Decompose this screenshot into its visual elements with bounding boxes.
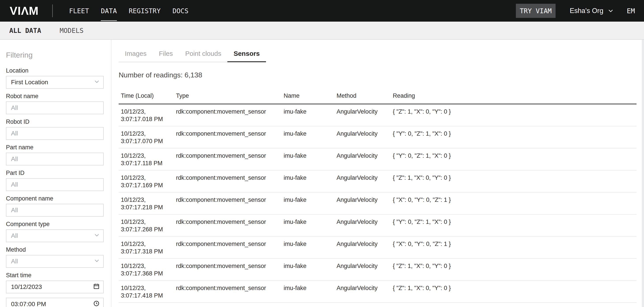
location-select[interactable]: First Location xyxy=(6,76,104,89)
part-id-input[interactable] xyxy=(6,178,104,191)
filter-component-name: Component name xyxy=(6,196,104,216)
subnav-item-all-data[interactable]: ALL DATA xyxy=(9,27,41,34)
component-name-label: Component name xyxy=(6,196,104,202)
table-row[interactable]: 10/12/23,3:07:17.368 PM rdk:component:mo… xyxy=(119,258,636,280)
table-row[interactable]: 10/12/23,3:07:17.169 PM rdk:component:mo… xyxy=(119,170,636,192)
table-row[interactable]: 10/12/23,3:07:17.118 PM rdk:component:mo… xyxy=(119,148,636,170)
cell-name: imu-fake xyxy=(282,170,334,192)
cell-reading: { "Z": 1, "X": 0, "Y": 0 } xyxy=(390,280,636,302)
cell-name: imu-fake xyxy=(282,104,334,126)
clock-icon[interactable] xyxy=(93,300,100,307)
filter-part-id: Part ID xyxy=(6,170,104,191)
cell-type: rdk:component:movement_sensor xyxy=(174,192,282,214)
table-header-row: Time (Local) Type Name Method Reading xyxy=(119,92,636,104)
cell-time: 10/12/23,3:07:17.018 PM xyxy=(119,104,174,126)
cell-method: AngularVelocity xyxy=(334,192,390,214)
cell-reading: { "X": 0, "Y": 0, "Z": 1 } xyxy=(390,192,636,214)
robot-id-input[interactable] xyxy=(6,127,104,140)
location-label: Location xyxy=(6,68,104,74)
cell-time: 10/12/23,3:07:17.169 PM xyxy=(119,170,174,192)
filter-component-type: Component type All xyxy=(6,221,104,242)
column-header-time[interactable]: Time (Local) xyxy=(119,92,174,104)
robot-name-input[interactable] xyxy=(6,102,104,114)
filter-method: Method All xyxy=(6,246,104,268)
component-type-value: All xyxy=(11,232,18,239)
org-switcher[interactable]: Esha's Org xyxy=(570,7,613,15)
tab-images[interactable]: Images xyxy=(119,50,152,62)
cell-time: 10/12/23,3:07:17.368 PM xyxy=(119,258,174,280)
tab-files[interactable]: Files xyxy=(152,50,179,62)
table-row[interactable]: 10/12/23,3:07:17.318 PM rdk:component:mo… xyxy=(119,236,636,258)
table-row[interactable]: 10/12/23,3:07:17.018 PM rdk:component:mo… xyxy=(119,104,636,126)
component-type-label: Component type xyxy=(6,221,104,227)
cell-name: imu-fake xyxy=(282,258,334,280)
nav-item-data[interactable]: DATA xyxy=(101,7,117,15)
vertical-scrollbar[interactable] xyxy=(642,40,644,307)
nav-item-fleet[interactable]: FLEET xyxy=(69,7,89,15)
sensor-readings-table: Time (Local) Type Name Method Reading 10… xyxy=(119,92,636,303)
component-name-input[interactable] xyxy=(6,204,104,216)
cell-type: rdk:component:movement_sensor xyxy=(174,280,282,302)
cell-method: AngularVelocity xyxy=(334,104,390,126)
cell-reading: { "Y": 0, "Z": 1, "X": 0 } xyxy=(390,126,636,148)
cell-name: imu-fake xyxy=(282,192,334,214)
table-row[interactable]: 10/12/23,3:07:17.418 PM rdk:component:mo… xyxy=(119,280,636,302)
cell-reading: { "Z": 1, "X": 0, "Y": 0 } xyxy=(390,104,636,126)
chevron-down-icon xyxy=(94,258,100,265)
cell-time: 10/12/23,3:07:17.318 PM xyxy=(119,236,174,258)
calendar-icon[interactable] xyxy=(93,283,100,291)
start-time-label: Start time xyxy=(6,272,104,278)
table-row[interactable]: 10/12/23,3:07:17.070 PM rdk:component:mo… xyxy=(119,126,636,148)
table-row[interactable]: 10/12/23,3:07:17.268 PM rdk:component:mo… xyxy=(119,214,636,236)
tab-point-clouds[interactable]: Point clouds xyxy=(179,50,228,62)
cell-name: imu-fake xyxy=(282,280,334,302)
filtering-sidebar: Filtering Location First Location Robot … xyxy=(0,40,112,307)
cell-name: imu-fake xyxy=(282,214,334,236)
location-value: First Location xyxy=(11,79,48,86)
start-time-input[interactable]: 03:07:00 PM xyxy=(6,298,104,307)
column-header-reading[interactable]: Reading xyxy=(390,92,636,104)
method-select[interactable]: All xyxy=(6,255,104,268)
cell-reading: { "Z": 1, "X": 0, "Y": 0 } xyxy=(390,170,636,192)
cell-time: 10/12/23,3:07:17.118 PM xyxy=(119,148,174,170)
cell-reading: { "X": 0, "Y": 0, "Z": 1 } xyxy=(390,236,636,258)
cell-method: AngularVelocity xyxy=(334,148,390,170)
filter-start-time: Start time 10/12/2023 03:07:00 PM xyxy=(6,272,104,307)
column-header-name[interactable]: Name xyxy=(282,92,334,104)
viam-logo[interactable]: VIΛM xyxy=(10,4,38,18)
cell-type: rdk:component:movement_sensor xyxy=(174,104,282,126)
cell-reading: { "Y": 0, "Z": 1, "X": 0 } xyxy=(390,214,636,236)
part-id-label: Part ID xyxy=(6,170,104,176)
filtering-title: Filtering xyxy=(6,51,104,59)
column-header-type[interactable]: Type xyxy=(174,92,282,104)
filter-location: Location First Location xyxy=(6,68,104,89)
org-name: Esha's Org xyxy=(570,7,603,15)
data-subnav: ALL DATA MODELS xyxy=(0,22,644,40)
nav-item-registry[interactable]: REGISTRY xyxy=(129,7,161,15)
try-viam-button[interactable]: TRY VIAM xyxy=(516,4,556,18)
part-name-input[interactable] xyxy=(6,152,104,166)
column-header-method[interactable]: Method xyxy=(334,92,390,104)
cell-reading: { "Z": 1, "X": 0, "Y": 0 } xyxy=(390,258,636,280)
nav-item-docs[interactable]: DOCS xyxy=(172,7,188,15)
cell-name: imu-fake xyxy=(282,148,334,170)
cell-time: 10/12/23,3:07:17.070 PM xyxy=(119,126,174,148)
part-name-label: Part name xyxy=(6,144,104,150)
data-type-tabs: Images Files Point clouds Sensors xyxy=(119,50,266,62)
cell-time: 10/12/23,3:07:17.218 PM xyxy=(119,192,174,214)
table-row[interactable]: 10/12/23,3:07:17.218 PM rdk:component:mo… xyxy=(119,192,636,214)
component-type-select[interactable]: All xyxy=(6,229,104,242)
start-date-input[interactable]: 10/12/2023 xyxy=(6,280,104,293)
top-navbar: VIΛM FLEET DATA REGISTRY DOCS TRY VIAM E… xyxy=(0,0,644,22)
cell-type: rdk:component:movement_sensor xyxy=(174,236,282,258)
readings-count: Number of readings: 6,138 xyxy=(119,71,644,79)
user-avatar[interactable]: EM xyxy=(627,7,635,15)
robot-name-label: Robot name xyxy=(6,93,104,99)
start-date-value: 10/12/2023 xyxy=(11,284,42,290)
subnav-item-models[interactable]: MODELS xyxy=(60,27,84,34)
cell-method: AngularVelocity xyxy=(334,214,390,236)
start-time-value: 03:07:00 PM xyxy=(11,300,46,307)
nav-right-cluster: TRY VIAM Esha's Org EM xyxy=(516,4,644,18)
method-label: Method xyxy=(6,246,104,253)
tab-sensors[interactable]: Sensors xyxy=(228,50,266,62)
